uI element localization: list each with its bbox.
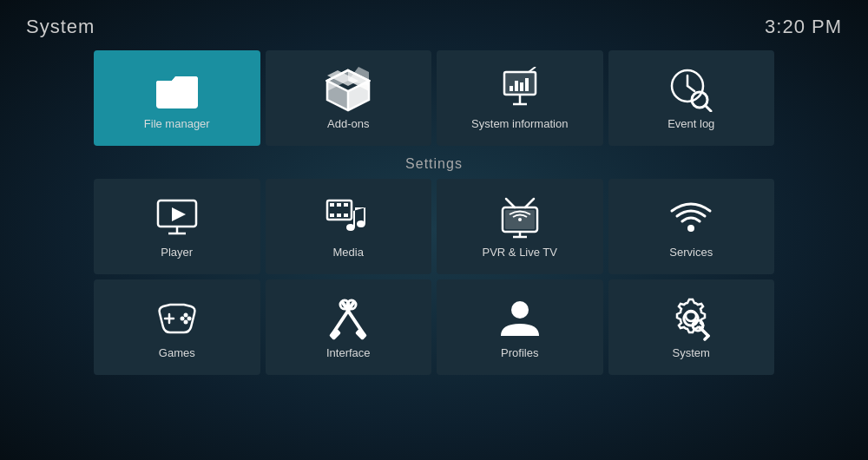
folder-icon [155,67,200,112]
svg-line-35 [525,199,534,207]
tile-pvr-live-tv[interactable]: PVR & Live TV [437,179,603,274]
profiles-icon [497,296,542,341]
svg-point-47 [180,316,184,320]
svg-line-58 [705,336,708,339]
settings-row-2: Games Interface Profiles [94,279,774,375]
tv-icon [497,195,542,240]
svg-point-46 [183,319,187,324]
tile-file-manager[interactable]: File manager [94,50,260,146]
tile-system-label: System [673,346,710,359]
svg-rect-12 [515,81,518,91]
svg-rect-32 [337,214,341,217]
settings-grid: Player Media [0,179,868,375]
svg-marker-24 [172,207,186,221]
player-icon [155,195,200,240]
presentation-icon [497,67,542,112]
svg-rect-11 [510,86,513,91]
tile-media-label: Media [333,246,364,259]
tile-media[interactable]: Media [266,179,432,274]
tile-system[interactable]: System [608,279,775,375]
svg-rect-29 [337,203,341,207]
box-icon [326,67,371,112]
tile-event-log[interactable]: Event log [608,50,775,146]
tile-player[interactable]: Player [94,179,260,274]
tile-system-information-label: System information [471,117,568,130]
svg-point-40 [518,218,522,221]
system-settings-icon [668,296,713,341]
clock: 3:20 PM [765,16,842,38]
svg-point-45 [187,316,191,320]
tile-interface-label: Interface [326,346,371,359]
svg-rect-30 [344,203,348,207]
tile-services[interactable]: Services [608,179,775,274]
tile-games[interactable]: Games [94,279,260,375]
tile-games-label: Games [159,346,195,359]
media-icon [326,195,371,240]
settings-row-1: Player Media [94,179,774,274]
tile-pvr-live-tv-label: PVR & Live TV [483,246,557,259]
tile-player-label: Player [161,246,193,259]
tile-system-information[interactable]: System information [437,50,603,146]
tile-profiles-label: Profiles [501,346,538,359]
svg-line-34 [506,199,515,207]
tile-add-ons-label: Add-ons [327,117,369,130]
svg-line-20 [687,86,694,91]
interface-icon [326,296,371,341]
tile-profiles[interactable]: Profiles [437,279,603,375]
svg-point-54 [511,301,529,319]
svg-rect-28 [330,203,334,207]
svg-point-41 [687,225,694,232]
tile-add-ons[interactable]: Add-ons [266,50,432,146]
tile-event-log-label: Event log [667,117,714,130]
page-title: System [26,16,95,38]
svg-point-44 [183,312,187,317]
svg-rect-52 [355,327,367,339]
header: System 3:20 PM [0,0,868,47]
clock-search-icon [668,67,713,112]
tile-services-label: Services [669,246,713,259]
svg-rect-14 [525,78,529,91]
svg-rect-33 [344,214,348,217]
services-icon [668,195,713,240]
svg-rect-31 [330,214,334,217]
svg-line-22 [706,106,711,111]
top-tile-row: File manager Add-ons [0,50,868,146]
tile-interface[interactable]: Interface [266,279,432,375]
tile-file-manager-label: File manager [144,117,210,130]
svg-rect-49 [329,327,341,339]
settings-section-title: Settings [0,156,868,172]
gamepad-icon [155,296,200,341]
svg-rect-13 [520,82,523,91]
